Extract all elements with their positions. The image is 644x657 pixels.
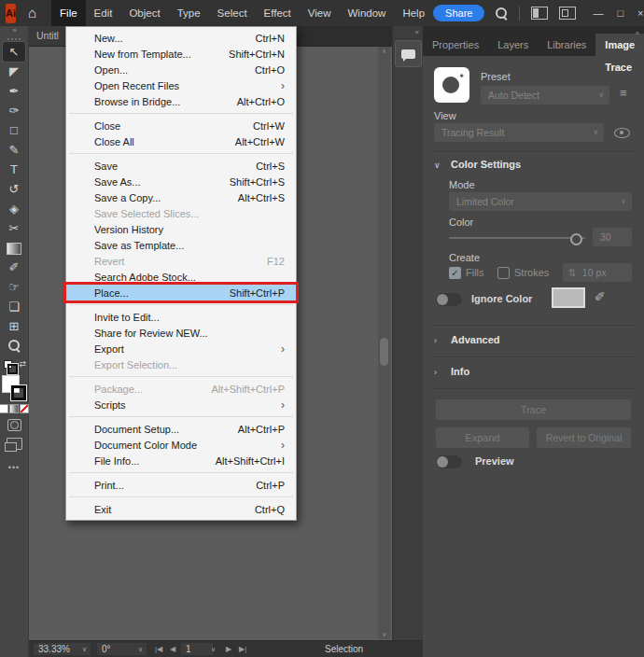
gradient-tool[interactable] xyxy=(3,238,25,258)
scroll-down-icon[interactable]: ∨ xyxy=(378,631,390,638)
file-menu-item-save-selected-slices[interactable]: Save Selected Slices... xyxy=(66,205,296,221)
panel-collapse-icon[interactable]: » xyxy=(636,29,639,37)
screen-mode-icon[interactable] xyxy=(7,438,22,450)
tab-properties[interactable]: Properties xyxy=(423,34,488,56)
share-button[interactable]: Share xyxy=(433,5,484,21)
artboard-dropdown-icon[interactable]: ∨ xyxy=(207,643,219,655)
file-menu-item-invite-to-edit[interactable]: Invite to Edit... xyxy=(66,309,296,325)
shape-builder-tool[interactable]: ❏ xyxy=(3,297,25,316)
scissors-tool[interactable]: ✂ xyxy=(3,218,25,238)
scroll-up-icon[interactable]: ∧ xyxy=(378,48,390,55)
first-artboard-icon[interactable]: |◀ xyxy=(155,643,162,655)
rotation-dropdown-icon[interactable]: ∨ xyxy=(134,643,147,655)
zoom-level-field[interactable]: 33.33% xyxy=(34,643,84,655)
advanced-header[interactable]: Advanced xyxy=(451,334,500,345)
preset-dropdown[interactable]: Auto Detect ∨ xyxy=(481,86,609,105)
minimize-button[interactable]: — xyxy=(593,7,603,19)
file-menu-item-print[interactable]: Print...Ctrl+P xyxy=(66,477,296,493)
file-menu-item-package[interactable]: Package...Alt+Shift+Ctrl+P xyxy=(66,381,296,397)
zoom-tool[interactable] xyxy=(3,336,25,356)
edit-toolbar-icon[interactable]: ••• xyxy=(8,463,20,472)
close-button[interactable]: × xyxy=(637,7,643,19)
file-menu-item-document-color-mode[interactable]: Document Color Mode› xyxy=(66,437,296,453)
color-slider-knob[interactable] xyxy=(570,233,582,245)
file-menu-item-open[interactable]: Open...Ctrl+O xyxy=(66,62,296,77)
rotate-tool[interactable]: ↺ xyxy=(3,179,25,199)
swap-fill-stroke-icon[interactable]: ⇄ xyxy=(19,359,26,369)
menu-file[interactable]: File xyxy=(51,0,86,26)
file-menu-item-share-for-review-new[interactable]: Share for Review NEW... xyxy=(66,325,296,341)
info-header[interactable]: Info xyxy=(451,366,469,377)
file-menu-item-save-as[interactable]: Save As...Shift+Ctrl+S xyxy=(66,174,296,189)
eraser-tool[interactable]: ◈ xyxy=(3,199,25,218)
document-tab[interactable]: Untitl xyxy=(28,26,68,46)
menu-select[interactable]: Select xyxy=(209,0,256,26)
file-menu-item-scripts[interactable]: Scripts› xyxy=(66,397,296,412)
menu-edit[interactable]: Edit xyxy=(86,0,121,26)
canvas-vertical-scrollbar[interactable]: ∧ ∨ xyxy=(378,47,390,639)
previous-artboard-icon[interactable]: ◀ xyxy=(170,643,175,655)
file-menu-item-file-info[interactable]: File Info...Alt+Shift+Ctrl+I xyxy=(66,453,296,468)
panel-menu-icon[interactable]: ≡ xyxy=(620,86,627,100)
file-menu-item-new-from-template[interactable]: New from Template...Shift+Ctrl+N xyxy=(66,46,296,62)
color-button[interactable] xyxy=(0,404,8,413)
menu-view[interactable]: View xyxy=(300,0,340,26)
file-menu-item-document-setup[interactable]: Document Setup...Alt+Ctrl+P xyxy=(66,421,296,437)
comments-panel-button[interactable] xyxy=(395,40,422,67)
file-menu-item-browse-in-bridge[interactable]: Browse in Bridge...Alt+Ctrl+O xyxy=(66,93,296,109)
color-settings-chevron-icon[interactable]: ∨ xyxy=(434,161,441,170)
tab-layers[interactable]: Layers xyxy=(488,34,538,56)
revert-to-original-button[interactable]: Revert to Original xyxy=(537,427,631,448)
zoom-dropdown-icon[interactable]: ∨ xyxy=(78,643,91,655)
home-icon[interactable]: ⌂ xyxy=(28,0,36,26)
file-menu-item-export[interactable]: Export› xyxy=(66,341,296,356)
rectangle-tool[interactable]: □ xyxy=(3,120,25,140)
file-menu-item-version-history[interactable]: Version History xyxy=(66,221,296,237)
none-button[interactable] xyxy=(20,404,29,413)
file-menu-item-save[interactable]: SaveCtrl+S xyxy=(66,158,296,174)
scrollbar-thumb[interactable] xyxy=(380,338,388,366)
menu-effect[interactable]: Effect xyxy=(256,0,300,26)
fills-checkbox[interactable]: ✓ xyxy=(449,267,461,279)
info-chevron-icon[interactable]: › xyxy=(434,368,437,377)
expand-button[interactable]: Expand xyxy=(436,427,529,448)
color-slider-track[interactable] xyxy=(449,237,585,239)
direct-selection-tool[interactable]: ◤ xyxy=(3,62,25,81)
file-menu-item-save-a-copy[interactable]: Save a Copy...Alt+Ctrl+S xyxy=(66,189,296,205)
toolbar-expand-icon[interactable]: » xyxy=(12,26,15,35)
menu-help[interactable]: Help xyxy=(394,0,433,26)
menu-type[interactable]: Type xyxy=(169,0,209,26)
color-settings-header[interactable]: Color Settings xyxy=(451,159,521,170)
tab-libraries[interactable]: Libraries xyxy=(538,34,595,56)
type-tool[interactable]: T xyxy=(3,160,25,179)
toolbar-grip[interactable] xyxy=(7,38,21,40)
file-menu-item-place[interactable]: Place...Shift+Ctrl+P xyxy=(66,285,296,301)
menu-object[interactable]: Object xyxy=(120,0,168,26)
last-artboard-icon[interactable]: ▶| xyxy=(239,643,246,655)
eyedropper-icon[interactable]: ✐ xyxy=(595,289,606,304)
menu-window[interactable]: Window xyxy=(340,0,395,26)
pen-tool[interactable]: ✒ xyxy=(3,81,25,101)
ignore-color-toggle[interactable] xyxy=(436,293,462,306)
file-menu-item-revert[interactable]: RevertF12 xyxy=(66,253,296,269)
file-menu-item-open-recent-files[interactable]: Open Recent Files› xyxy=(66,77,296,93)
stepper-icon[interactable]: ⇅ xyxy=(568,267,577,278)
curvature-tool[interactable]: ✑ xyxy=(3,101,25,120)
file-menu-item-save-as-template[interactable]: Save as Template... xyxy=(66,237,296,253)
ignore-color-swatch[interactable] xyxy=(552,287,585,308)
workspace-switcher-icon[interactable] xyxy=(559,7,576,20)
arrange-documents-icon[interactable] xyxy=(531,7,548,20)
file-menu-item-exit[interactable]: ExitCtrl+Q xyxy=(66,501,296,517)
stroke-width-stepper[interactable]: ⇅10 px xyxy=(563,263,632,282)
next-artboard-icon[interactable]: ▶ xyxy=(226,643,231,655)
selection-tool[interactable]: ↖ xyxy=(3,42,25,62)
hand-tool[interactable]: ☞ xyxy=(3,277,25,297)
advanced-chevron-icon[interactable]: › xyxy=(434,336,437,345)
trace-button[interactable]: Trace xyxy=(436,399,631,420)
stroke-color-swatch[interactable] xyxy=(11,385,26,400)
draw-mode-icon[interactable] xyxy=(7,419,21,431)
gradient-button[interactable] xyxy=(9,404,19,413)
mode-dropdown[interactable]: Limited Color ∨ xyxy=(449,192,632,211)
maximize-button[interactable]: □ xyxy=(617,7,623,19)
eyedropper-tool[interactable]: ✐ xyxy=(3,258,25,277)
